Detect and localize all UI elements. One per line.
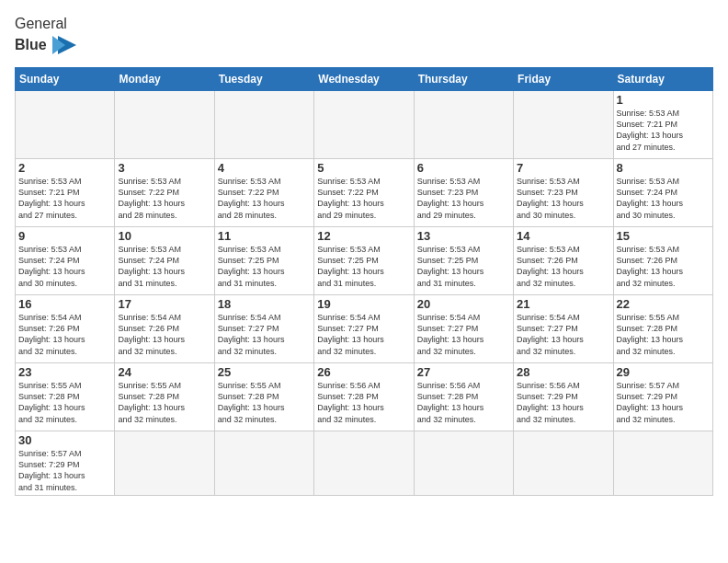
day-number: 12 (317, 229, 410, 243)
calendar-cell (214, 431, 313, 496)
calendar-cell: 15Sunrise: 5:53 AM Sunset: 7:26 PM Dayli… (613, 227, 712, 295)
day-info: Sunrise: 5:53 AM Sunset: 7:22 PM Dayligh… (317, 176, 410, 221)
day-info: Sunrise: 5:53 AM Sunset: 7:24 PM Dayligh… (118, 244, 210, 289)
calendar-cell: 1Sunrise: 5:53 AM Sunset: 7:21 PM Daylig… (613, 91, 712, 159)
day-number: 8 (617, 161, 710, 175)
calendar-cell: 8Sunrise: 5:53 AM Sunset: 7:24 PM Daylig… (613, 159, 712, 227)
calendar-cell (314, 431, 414, 496)
day-info: Sunrise: 5:56 AM Sunset: 7:28 PM Dayligh… (417, 380, 510, 425)
calendar-cell: 29Sunrise: 5:57 AM Sunset: 7:29 PM Dayli… (613, 363, 712, 431)
day-info: Sunrise: 5:53 AM Sunset: 7:26 PM Dayligh… (617, 244, 710, 289)
calendar-week-2: 2Sunrise: 5:53 AM Sunset: 7:21 PM Daylig… (16, 159, 713, 227)
weekday-header-row: SundayMondayTuesdayWednesdayThursdayFrid… (16, 68, 713, 91)
calendar-cell: 21Sunrise: 5:54 AM Sunset: 7:27 PM Dayli… (514, 295, 613, 363)
day-info: Sunrise: 5:54 AM Sunset: 7:26 PM Dayligh… (118, 312, 210, 357)
calendar-cell: 4Sunrise: 5:53 AM Sunset: 7:22 PM Daylig… (214, 159, 313, 227)
day-info: Sunrise: 5:53 AM Sunset: 7:26 PM Dayligh… (517, 244, 609, 289)
calendar-cell: 7Sunrise: 5:53 AM Sunset: 7:23 PM Daylig… (514, 159, 613, 227)
logo-text: General Blue (15, 15, 80, 58)
day-info: Sunrise: 5:54 AM Sunset: 7:27 PM Dayligh… (218, 312, 311, 357)
day-info: Sunrise: 5:53 AM Sunset: 7:22 PM Dayligh… (218, 176, 311, 221)
calendar-cell (514, 91, 613, 159)
day-number: 20 (417, 297, 510, 311)
day-number: 28 (517, 365, 609, 379)
day-info: Sunrise: 5:53 AM Sunset: 7:24 PM Dayligh… (617, 176, 710, 221)
calendar-cell: 17Sunrise: 5:54 AM Sunset: 7:26 PM Dayli… (115, 295, 214, 363)
weekday-header-thursday: Thursday (414, 68, 513, 91)
day-info: Sunrise: 5:53 AM Sunset: 7:22 PM Dayligh… (118, 176, 210, 221)
weekday-header-sunday: Sunday (16, 68, 115, 91)
day-info: Sunrise: 5:55 AM Sunset: 7:28 PM Dayligh… (218, 380, 311, 425)
calendar-cell: 3Sunrise: 5:53 AM Sunset: 7:22 PM Daylig… (115, 159, 214, 227)
day-info: Sunrise: 5:56 AM Sunset: 7:29 PM Dayligh… (517, 380, 609, 425)
calendar-cell (16, 91, 115, 159)
calendar-cell (414, 431, 513, 496)
day-info: Sunrise: 5:55 AM Sunset: 7:28 PM Dayligh… (118, 380, 210, 425)
calendar-cell: 13Sunrise: 5:53 AM Sunset: 7:25 PM Dayli… (414, 227, 513, 295)
day-info: Sunrise: 5:54 AM Sunset: 7:27 PM Dayligh… (417, 312, 510, 357)
day-number: 23 (18, 365, 111, 379)
day-number: 1 (617, 93, 710, 107)
calendar-cell: 26Sunrise: 5:56 AM Sunset: 7:28 PM Dayli… (314, 363, 414, 431)
day-info: Sunrise: 5:53 AM Sunset: 7:23 PM Dayligh… (417, 176, 510, 221)
calendar-week-4: 16Sunrise: 5:54 AM Sunset: 7:26 PM Dayli… (16, 295, 713, 363)
day-number: 5 (317, 161, 410, 175)
day-info: Sunrise: 5:53 AM Sunset: 7:25 PM Dayligh… (218, 244, 311, 289)
day-number: 16 (18, 297, 111, 311)
calendar-cell (514, 431, 613, 496)
day-info: Sunrise: 5:54 AM Sunset: 7:27 PM Dayligh… (517, 312, 609, 357)
day-info: Sunrise: 5:53 AM Sunset: 7:21 PM Dayligh… (18, 176, 111, 221)
day-number: 29 (617, 365, 710, 379)
calendar-cell (115, 91, 214, 159)
calendar-cell: 23Sunrise: 5:55 AM Sunset: 7:28 PM Dayli… (16, 363, 115, 431)
day-info: Sunrise: 5:54 AM Sunset: 7:26 PM Dayligh… (18, 312, 111, 357)
calendar-cell (214, 91, 313, 159)
day-number: 18 (218, 297, 311, 311)
day-info: Sunrise: 5:53 AM Sunset: 7:25 PM Dayligh… (317, 244, 410, 289)
weekday-header-monday: Monday (115, 68, 214, 91)
calendar-cell: 10Sunrise: 5:53 AM Sunset: 7:24 PM Dayli… (115, 227, 214, 295)
day-number: 21 (517, 297, 609, 311)
day-number: 14 (517, 229, 609, 243)
day-number: 24 (118, 365, 210, 379)
header: General Blue (15, 15, 713, 58)
day-number: 26 (317, 365, 410, 379)
day-number: 30 (18, 433, 111, 447)
logo-triangle-icon (51, 32, 80, 58)
calendar-cell: 16Sunrise: 5:54 AM Sunset: 7:26 PM Dayli… (16, 295, 115, 363)
calendar-week-3: 9Sunrise: 5:53 AM Sunset: 7:24 PM Daylig… (16, 227, 713, 295)
page: General Blue SundayMondayTuesdayWednesda… (0, 0, 728, 503)
weekday-header-wednesday: Wednesday (314, 68, 414, 91)
calendar-week-1: 1Sunrise: 5:53 AM Sunset: 7:21 PM Daylig… (16, 91, 713, 159)
logo-blue-text: Blue (15, 37, 47, 53)
day-number: 2 (18, 161, 111, 175)
calendar-cell: 12Sunrise: 5:53 AM Sunset: 7:25 PM Dayli… (314, 227, 414, 295)
calendar-cell: 25Sunrise: 5:55 AM Sunset: 7:28 PM Dayli… (214, 363, 313, 431)
day-number: 3 (118, 161, 210, 175)
day-info: Sunrise: 5:54 AM Sunset: 7:27 PM Dayligh… (317, 312, 410, 357)
day-number: 4 (218, 161, 311, 175)
day-number: 22 (617, 297, 710, 311)
calendar-cell: 18Sunrise: 5:54 AM Sunset: 7:27 PM Dayli… (214, 295, 313, 363)
calendar-week-5: 23Sunrise: 5:55 AM Sunset: 7:28 PM Dayli… (16, 363, 713, 431)
calendar-cell: 11Sunrise: 5:53 AM Sunset: 7:25 PM Dayli… (214, 227, 313, 295)
calendar-cell (115, 431, 214, 496)
calendar-cell: 9Sunrise: 5:53 AM Sunset: 7:24 PM Daylig… (16, 227, 115, 295)
calendar-cell: 24Sunrise: 5:55 AM Sunset: 7:28 PM Dayli… (115, 363, 214, 431)
calendar-cell: 20Sunrise: 5:54 AM Sunset: 7:27 PM Dayli… (414, 295, 513, 363)
day-number: 11 (218, 229, 311, 243)
day-number: 9 (18, 229, 111, 243)
day-info: Sunrise: 5:53 AM Sunset: 7:24 PM Dayligh… (18, 244, 111, 289)
weekday-header-friday: Friday (514, 68, 613, 91)
calendar-cell: 28Sunrise: 5:56 AM Sunset: 7:29 PM Dayli… (514, 363, 613, 431)
weekday-header-tuesday: Tuesday (214, 68, 313, 91)
calendar-cell: 14Sunrise: 5:53 AM Sunset: 7:26 PM Dayli… (514, 227, 613, 295)
day-info: Sunrise: 5:56 AM Sunset: 7:28 PM Dayligh… (317, 380, 410, 425)
day-number: 15 (617, 229, 710, 243)
day-number: 25 (218, 365, 311, 379)
calendar-cell (314, 91, 414, 159)
calendar-cell: 27Sunrise: 5:56 AM Sunset: 7:28 PM Dayli… (414, 363, 513, 431)
day-info: Sunrise: 5:53 AM Sunset: 7:21 PM Dayligh… (617, 108, 710, 153)
day-number: 6 (417, 161, 510, 175)
day-info: Sunrise: 5:57 AM Sunset: 7:29 PM Dayligh… (18, 448, 111, 493)
